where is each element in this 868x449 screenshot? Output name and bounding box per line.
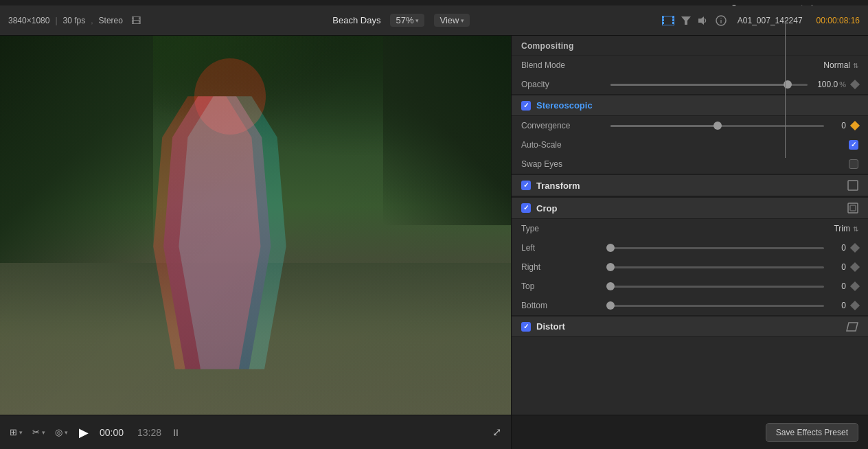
filter-icon[interactable] bbox=[681, 16, 691, 25]
video-canvas bbox=[0, 36, 511, 415]
bottom-row: Bottom 0 bbox=[512, 296, 868, 315]
left-row: Left 0 bbox=[512, 238, 868, 257]
view-chevron: ▾ bbox=[461, 17, 464, 24]
right-slider-container[interactable] bbox=[610, 266, 824, 268]
crop-section-label: Crop bbox=[536, 203, 842, 214]
convergence-keyframe[interactable] bbox=[850, 121, 860, 130]
crop-icon: ✂ bbox=[32, 427, 40, 437]
resolution-label: 3840×1080 bbox=[8, 16, 49, 25]
blend-mode-row: Blend Mode Normal ⇅ bbox=[512, 56, 868, 75]
transform-chevron: ▾ bbox=[19, 429, 23, 436]
convergence-slider-container[interactable] bbox=[610, 125, 824, 127]
svg-rect-3 bbox=[662, 22, 664, 24]
fullscreen-button[interactable]: ⤢ bbox=[492, 426, 501, 439]
zoom-chevron: ▾ bbox=[415, 17, 419, 24]
swapeyes-label: Swap Eyes bbox=[521, 159, 610, 169]
convergence-label: Convergence bbox=[521, 121, 610, 130]
opacity-slider-container[interactable] bbox=[610, 84, 808, 86]
video-tab-icon[interactable] bbox=[662, 16, 674, 25]
svg-rect-2 bbox=[662, 19, 664, 21]
top-keyframe[interactable] bbox=[850, 281, 860, 291]
fps-label: 30 fps bbox=[63, 16, 86, 25]
save-preset-button[interactable]: Save Effects Preset bbox=[766, 423, 858, 442]
clip-name: A01_007_142247 bbox=[738, 16, 803, 25]
distort-checkmark: ✓ bbox=[523, 323, 529, 330]
transform-checkmark: ✓ bbox=[523, 182, 529, 189]
convergence-thumb bbox=[713, 122, 722, 130]
video-controls-bar: ⊞ ▾ ✂ ▾ ◎ ▾ ▶ 00:00 13:28 ⏸ ⤢ bbox=[0, 415, 511, 449]
view-dropdown[interactable]: View ▾ bbox=[434, 14, 470, 27]
left-keyframe[interactable] bbox=[850, 243, 860, 253]
distort-section-icon[interactable] bbox=[846, 322, 858, 332]
opacity-row: Opacity 100.0 % bbox=[512, 75, 868, 94]
main-area: ⊞ ▾ ✂ ▾ ◎ ▾ ▶ 00:00 13:28 ⏸ ⤢ bbox=[0, 36, 868, 449]
svg-marker-8 bbox=[698, 16, 704, 25]
opacity-keyframe[interactable] bbox=[850, 80, 860, 89]
transform-checkbox[interactable]: ✓ bbox=[521, 181, 531, 190]
bottom-slider-container[interactable] bbox=[610, 305, 824, 307]
effects-tool[interactable]: ◎ ▾ bbox=[55, 427, 68, 437]
timecode-right: 00:00:08:16 bbox=[816, 16, 860, 25]
crop-checkbox[interactable]: ✓ bbox=[521, 203, 531, 213]
anaglyph-overlay bbox=[0, 36, 511, 415]
play-button[interactable]: ▶ bbox=[75, 425, 93, 440]
crop-checkmark: ✓ bbox=[523, 205, 529, 211]
type-dropdown[interactable]: Trim ⇅ bbox=[834, 224, 858, 233]
crop-section-icon[interactable] bbox=[847, 203, 858, 214]
panel-bottom-bar: Save Effects Preset bbox=[512, 415, 868, 449]
convergence-row: Convergence 0 bbox=[512, 116, 868, 135]
crop-chevron: ▾ bbox=[42, 429, 45, 436]
crop-tool[interactable]: ✂ ▾ bbox=[32, 427, 45, 437]
left-label: Left bbox=[521, 243, 610, 253]
swapeyes-checkbox[interactable] bbox=[849, 159, 858, 169]
stereoscopic-label: Stereoscopic bbox=[536, 100, 593, 111]
effects-chevron: ▾ bbox=[65, 429, 68, 436]
svg-rect-13 bbox=[850, 205, 856, 211]
view-label: View bbox=[439, 15, 459, 25]
transform-icon: ⊞ bbox=[10, 427, 17, 437]
film-icon: 🎞 bbox=[131, 15, 141, 26]
panel-icons: i bbox=[662, 15, 727, 26]
top-value: 0 bbox=[830, 281, 846, 291]
top-bar: 3840×1080 | 30 fps , Stereo 🎞 Beach Days… bbox=[0, 5, 868, 36]
zoom-value: 57% bbox=[396, 15, 413, 25]
autoscale-checkbox[interactable]: ✓ bbox=[849, 140, 858, 150]
convergence-value: 0 bbox=[830, 121, 846, 130]
stereoscopic-checkbox[interactable]: ✓ bbox=[521, 101, 531, 111]
left-value: 0 bbox=[830, 243, 846, 253]
svg-marker-7 bbox=[681, 16, 691, 25]
audio-icon[interactable] bbox=[698, 16, 709, 25]
effects-icon: ◎ bbox=[55, 427, 62, 437]
right-label: Right bbox=[521, 262, 610, 272]
info-icon[interactable]: i bbox=[716, 15, 727, 26]
bottom-keyframe[interactable] bbox=[850, 301, 860, 310]
crop-section: ✓ Crop bbox=[512, 197, 868, 219]
distort-section: ✓ Distort bbox=[512, 316, 868, 337]
opacity-fill bbox=[610, 84, 788, 86]
type-row: Type Trim ⇅ bbox=[512, 219, 868, 238]
top-slider-container[interactable] bbox=[610, 286, 824, 288]
autoscale-label: Auto-Scale bbox=[521, 140, 610, 150]
svg-text:i: i bbox=[720, 18, 722, 25]
compositing-header: Compositing bbox=[512, 36, 868, 55]
right-value: 0 bbox=[830, 262, 846, 272]
svg-rect-12 bbox=[848, 203, 858, 213]
transform-tool[interactable]: ⊞ ▾ bbox=[10, 427, 23, 437]
type-arrow: ⇅ bbox=[853, 225, 858, 233]
opacity-value: 100.0 bbox=[813, 80, 838, 89]
audio-label: Stereo bbox=[99, 16, 123, 25]
transform-section-label: Transform bbox=[536, 181, 842, 191]
blend-mode-dropdown[interactable]: Normal ⇅ bbox=[823, 60, 858, 70]
bottom-value: 0 bbox=[830, 301, 846, 310]
bottom-label: Bottom bbox=[521, 301, 610, 310]
right-keyframe[interactable] bbox=[850, 262, 860, 272]
zoom-dropdown[interactable]: 57% ▾ bbox=[390, 14, 424, 27]
distort-checkbox[interactable]: ✓ bbox=[521, 322, 531, 332]
svg-marker-14 bbox=[847, 323, 858, 331]
transform-section-icon[interactable] bbox=[847, 180, 858, 191]
blend-mode-arrow: ⇅ bbox=[853, 62, 858, 69]
type-value: Trim bbox=[834, 224, 850, 233]
type-label: Type bbox=[521, 224, 610, 233]
left-slider-container[interactable] bbox=[610, 247, 824, 249]
left-thumb bbox=[606, 244, 615, 252]
